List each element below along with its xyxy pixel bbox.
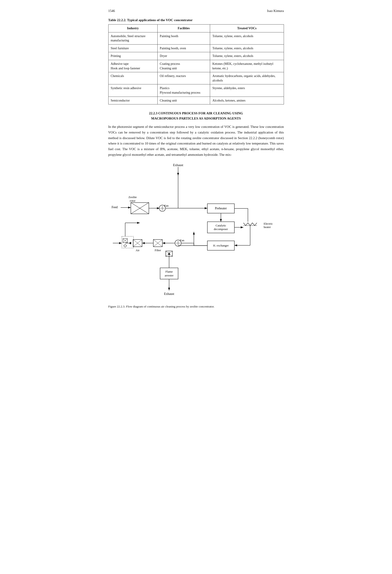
diagram-container: Exhaust Feed Zeolite rotor Fan Preheater <box>108 162 284 303</box>
vocs-cell: Toluene, xylene, esters, alcohols <box>210 44 284 52</box>
section-number: 22.2.3 <box>149 111 158 115</box>
diamond1 <box>124 245 127 247</box>
facilities-cell: Coating processCleaning unit <box>157 60 210 72</box>
vocs-cell: Toluene, xylene, esters, alcohols <box>210 52 284 60</box>
facilities-cell: PlasticsPlywood manufacturing process <box>157 84 210 97</box>
vocs-cell: Ketones (MEK, cyclohexanone, methyl isob… <box>210 60 284 72</box>
zeolite-label-1: Zeolite <box>128 195 137 199</box>
preheater-label: Preheater <box>215 207 227 210</box>
col-header-industry: Industry <box>108 24 157 32</box>
zeolite-label-2: rotor <box>130 199 136 202</box>
table-row: Synthetic resin adhesivePlasticsPlywood … <box>108 84 284 97</box>
table-row: SemiconductorCleaning unitAlcohols, keto… <box>108 97 284 104</box>
facilities-cell: Cleaning unit <box>157 97 210 104</box>
section-heading: 22.2.3 CONTINUOUS PROCESS FOR AIR CLEANI… <box>108 111 284 121</box>
fan2-label: Fan <box>180 239 185 242</box>
body-text: In the photoresist segment of the semico… <box>108 124 284 158</box>
electric-heater-label-1: Electric <box>264 222 273 225</box>
vocs-cell: Toluene, xylene, esters, alcohols <box>210 32 284 44</box>
catalytic-label-2: decomposer <box>214 227 228 231</box>
col-header-facilities: Facilities <box>157 24 210 32</box>
industry-cell: Synthetic resin adhesive <box>108 84 157 97</box>
table-row: Automobile, Steel structure manufacturin… <box>108 32 284 44</box>
page-header: 1546 Isao Kimura <box>108 9 284 13</box>
electric-heater-label-2: heater <box>264 225 271 229</box>
catalytic-label-1: Catalytic <box>215 224 226 227</box>
page-number: 1546 <box>108 9 115 13</box>
hex-label: H. exchanger <box>213 244 229 247</box>
facilities-cell: Oil refinery, reactors <box>157 72 210 84</box>
industry-cell: Semiconductor <box>108 97 157 104</box>
author: Isao Kimura <box>267 9 284 13</box>
industry-cell: Printing <box>108 52 157 60</box>
vocs-cell: Alcohols, ketones, amines <box>210 97 284 104</box>
air-label: Air <box>136 248 140 252</box>
industry-cell: Adhesive tapeHook and loop fastener <box>108 60 157 72</box>
fan1-label: Fan <box>164 204 169 207</box>
col-header-treated-vocs: Treated VOCs <box>210 24 284 32</box>
table-row: Steel furniturePainting booth, ovenTolue… <box>108 44 284 52</box>
exhaust-bottom-label: Exhaust <box>164 292 174 296</box>
vocs-cell: Styrene, aldehydes, esters <box>210 84 284 97</box>
facilities-cell: Dryer <box>157 52 210 60</box>
figure-caption: Figure 22.2.3. Flow diagram of continuou… <box>108 305 284 308</box>
flame-label-2: arrester <box>165 274 174 277</box>
industry-cell: Automobile, Steel structure manufacturin… <box>108 32 157 44</box>
industry-cell: Chemicals <box>108 72 157 84</box>
flame-label-1: Flame <box>165 270 173 273</box>
feed-label: Feed <box>111 205 118 209</box>
flame-box <box>160 268 178 279</box>
vocs-cell: Aromatic hydrocarbons, organic acids, al… <box>210 72 284 84</box>
air-arrow <box>129 242 131 244</box>
facilities-cell: Painting booth <box>157 32 210 44</box>
facilities-cell: Painting booth, oven <box>157 44 210 52</box>
table-row: PrintingDryerToluene, xylene, esters, al… <box>108 52 284 60</box>
table-caption: Table 22.2.2. Typical applications of th… <box>108 18 284 22</box>
table-row: Adhesive tapeHook and loop fastenerCoati… <box>108 60 284 72</box>
filter-label: Filter <box>154 248 161 252</box>
flow-diagram: Exhaust Feed Zeolite rotor Fan Preheater <box>108 162 284 302</box>
exhaust-top-label: Exhaust <box>173 164 183 167</box>
table-row: ChemicalsOil refinery, reactorsAromatic … <box>108 72 284 84</box>
section-title: CONTINUOUS PROCESS FOR AIR CLEANING USIN… <box>151 111 243 120</box>
electric-heater-symbol <box>243 223 257 226</box>
voc-table: Industry Facilities Treated VOCs Automob… <box>108 24 284 104</box>
industry-cell: Steel furniture <box>108 44 157 52</box>
